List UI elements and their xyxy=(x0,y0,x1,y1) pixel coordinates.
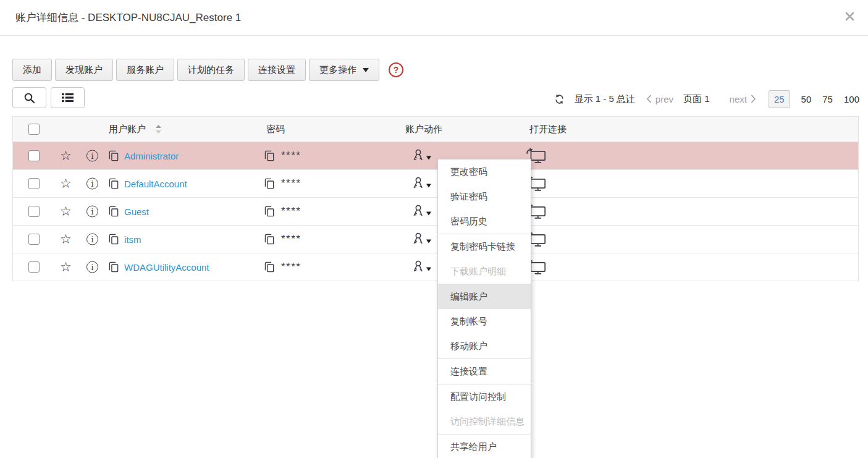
account-actions-menu-trigger[interactable] xyxy=(411,260,431,275)
page-size-option-50[interactable]: 50 xyxy=(801,94,812,104)
info-icon[interactable]: i xyxy=(86,234,98,245)
account-name-link[interactable]: WDAGUtilityAccount xyxy=(124,262,209,273)
table-row-defaultaccount[interactable]: ☆ i DefaultAccount **** xyxy=(13,170,858,198)
menu-item-change-password[interactable]: 更改密码 xyxy=(438,159,531,184)
select-all-checkbox[interactable] xyxy=(28,124,40,135)
copy-account-name-icon[interactable] xyxy=(109,150,119,161)
copy-password-icon[interactable] xyxy=(264,150,274,161)
copy-account-name-icon[interactable] xyxy=(109,261,119,273)
pagination: 显示 1 - 5 总计 prev 页面 1 next 25 50 75 100 xyxy=(554,88,859,110)
menu-item-download-account-details: 下载账户明细 xyxy=(438,259,531,284)
menu-item-copy-password-card-link[interactable]: 复制密码卡链接 xyxy=(438,234,531,259)
favorite-star-icon[interactable]: ☆ xyxy=(60,232,72,246)
copy-account-name-icon[interactable] xyxy=(109,178,119,189)
row-checkbox[interactable] xyxy=(28,178,40,189)
column-header-account-actions: 账户动作 xyxy=(405,124,442,135)
account-actions-menu-trigger[interactable] xyxy=(411,232,431,247)
current-page-label: 页面 1 xyxy=(683,93,710,105)
chevron-down-icon xyxy=(426,156,431,159)
favorite-star-icon[interactable]: ☆ xyxy=(60,204,72,218)
total-count-link[interactable]: 总计 xyxy=(617,93,635,105)
showing-range-label: 显示 1 - 5 xyxy=(575,93,614,105)
page-size-option-75[interactable]: 75 xyxy=(822,94,833,104)
sort-icon[interactable] xyxy=(156,125,161,134)
menu-item-configure-access-control[interactable]: 配置访问控制 xyxy=(438,384,531,409)
info-icon[interactable]: i xyxy=(86,261,98,273)
table-row-administrator[interactable]: ☆ i Administrator **** xyxy=(13,142,858,170)
list-controls xyxy=(12,87,89,108)
column-header-password: 密码 xyxy=(266,124,285,135)
page-size-option-100[interactable]: 100 xyxy=(844,94,859,104)
column-header-open-connection: 打开连接 xyxy=(529,124,567,135)
chevron-down-icon xyxy=(426,267,431,271)
list-view-icon xyxy=(62,93,74,103)
search-button[interactable] xyxy=(12,87,46,108)
table-row-itsm[interactable]: ☆ i itsm **** xyxy=(13,226,858,253)
row-checkbox[interactable] xyxy=(28,261,40,273)
menu-item-connection-settings[interactable]: 连接设置 xyxy=(438,358,531,384)
account-actions-context-menu: 更改密码 验证密码 密码历史 复制密码卡链接 下载账户明细 编辑账户 复制帐号 … xyxy=(437,159,531,458)
account-actions-menu-trigger[interactable] xyxy=(411,176,431,192)
chevron-right-icon[interactable] xyxy=(751,95,756,103)
menu-item-verify-password[interactable]: 验证密码 xyxy=(438,184,531,209)
password-mask: **** xyxy=(281,233,301,245)
close-icon[interactable] xyxy=(845,12,854,21)
account-actions-menu-trigger[interactable] xyxy=(411,148,431,164)
chevron-left-icon[interactable] xyxy=(646,95,652,103)
favorite-star-icon[interactable]: ☆ xyxy=(60,176,72,190)
account-actions-menu-trigger[interactable] xyxy=(411,204,431,219)
info-icon[interactable]: i xyxy=(86,178,98,190)
table-row-guest[interactable]: ☆ i Guest **** xyxy=(13,198,858,226)
copy-password-icon[interactable] xyxy=(264,234,274,245)
table-header-row: 用户账户 密码 账户动作 打开连接 xyxy=(13,117,858,142)
row-checkbox[interactable] xyxy=(28,206,40,217)
help-icon[interactable]: ? xyxy=(389,62,403,77)
menu-item-copy-account[interactable]: 复制帐号 xyxy=(438,309,531,334)
account-name-link[interactable]: itsm xyxy=(124,234,141,245)
list-view-button[interactable] xyxy=(51,87,85,108)
password-mask: **** xyxy=(281,205,301,218)
title-divider xyxy=(0,35,868,36)
account-name-link[interactable]: Guest xyxy=(124,206,149,217)
info-icon[interactable]: i xyxy=(86,150,98,162)
column-header-user-account[interactable]: 用户账户 xyxy=(109,124,146,135)
account-name-link[interactable]: Administrator xyxy=(124,151,179,161)
menu-item-move-account[interactable]: 移动账户 xyxy=(438,334,531,358)
more-actions-label: 更多操作 xyxy=(319,64,356,76)
service-accounts-button[interactable]: 服务账户 xyxy=(116,59,174,81)
favorite-star-icon[interactable]: ☆ xyxy=(60,260,72,274)
menu-item-password-history[interactable]: 密码历史 xyxy=(438,209,531,234)
info-icon[interactable]: i xyxy=(86,206,98,218)
copy-account-name-icon[interactable] xyxy=(109,206,119,217)
favorite-star-icon[interactable]: ☆ xyxy=(60,148,72,163)
add-button[interactable]: 添加 xyxy=(12,59,52,81)
discover-accounts-button[interactable]: 发现账户 xyxy=(55,59,113,81)
search-icon xyxy=(23,92,35,104)
password-mask: **** xyxy=(281,177,301,190)
menu-item-edit-account[interactable]: 编辑账户 xyxy=(438,284,531,309)
chevron-down-icon xyxy=(426,211,431,215)
copy-password-icon[interactable] xyxy=(264,206,274,217)
prev-page-button[interactable]: prev xyxy=(655,94,673,104)
table-row-wdagutilityaccount[interactable]: ☆ i WDAGUtilityAccount **** xyxy=(13,253,858,281)
refresh-icon[interactable] xyxy=(554,94,565,104)
row-checkbox[interactable] xyxy=(28,234,40,245)
page-title: 账户详细信息 - DESKTOP-NU8CJAU_Restore 1 xyxy=(15,11,241,25)
menu-item-share-with-user[interactable]: 共享给用户 xyxy=(438,434,531,458)
toolbar: 添加 发现账户 服务账户 计划的任务 连接设置 更多操作 ? xyxy=(12,59,403,81)
chevron-down-icon xyxy=(426,184,431,187)
password-mask: **** xyxy=(281,261,301,273)
copy-password-icon[interactable] xyxy=(264,178,274,189)
more-actions-button[interactable]: 更多操作 xyxy=(309,59,379,81)
row-checkbox[interactable] xyxy=(28,150,40,161)
copy-password-icon[interactable] xyxy=(264,261,274,273)
scheduled-tasks-button[interactable]: 计划的任务 xyxy=(177,59,245,81)
connection-settings-button[interactable]: 连接设置 xyxy=(248,59,306,81)
menu-item-access-control-details: 访问控制详细信息 xyxy=(438,409,531,434)
accounts-table: 用户账户 密码 账户动作 打开连接 ☆ i Administrator **** xyxy=(12,116,859,281)
password-mask: **** xyxy=(281,150,301,162)
page-size-option-25[interactable]: 25 xyxy=(769,90,790,108)
copy-account-name-icon[interactable] xyxy=(109,234,119,245)
account-name-link[interactable]: DefaultAccount xyxy=(124,179,187,189)
next-page-button[interactable]: next xyxy=(730,94,747,104)
